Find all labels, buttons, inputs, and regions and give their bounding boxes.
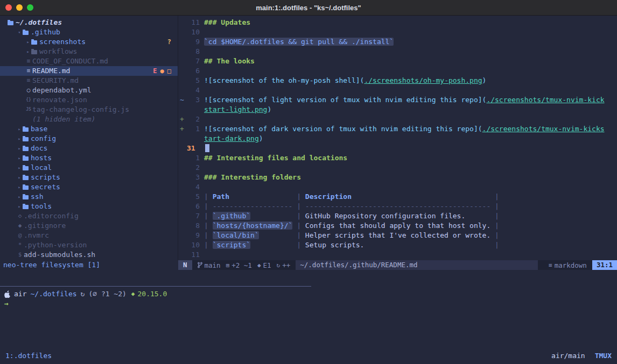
text-segment: ![screenshot of the oh-my-posh shell]( (204, 76, 364, 84)
tree-item-label: .github (31, 27, 60, 37)
tree-item-dotfiles[interactable]: ~/.dotfiles (0, 18, 178, 27)
tree-item-editorconfig[interactable]: ◇.editorconfig (0, 211, 178, 221)
editor-line[interactable]: 31 (178, 144, 617, 153)
editor-line-text: start-light.png) (204, 105, 271, 115)
tree-item-base[interactable]: ▸base (0, 124, 178, 134)
line-number: 3 (186, 95, 204, 105)
tmux-status-bar: 1:.dotfiles air/main TMUX (0, 350, 617, 361)
apple-icon (4, 290, 11, 298)
tree-item-1-hidden-item[interactable]: (1 hidden item) (0, 115, 178, 124)
editor-line[interactable]: 10 (178, 27, 617, 37)
neotree-file-tree: ~/.dotfiles▾.github▸screenshots?▸workflo… (0, 18, 178, 260)
close-button[interactable] (5, 4, 12, 11)
editor-line[interactable]: +1![screenshot of dark version of tmux w… (178, 124, 617, 134)
editor-line[interactable]: 4 (178, 182, 617, 192)
editor-line[interactable]: 11 (178, 250, 617, 260)
editor-line[interactable]: start-light.png) (178, 105, 617, 115)
editor-line[interactable]: 7## The looks (178, 56, 617, 66)
statusline: N main ⊞ +2 ~1 ◆ E1 ↻ ++ ~/.dotfiles/.gi… (178, 260, 617, 270)
editor-line-text: ## The looks (204, 56, 255, 66)
text-segment: ### Interesting folders (204, 173, 301, 181)
editor-line[interactable]: 5![screenshot of the oh-my-posh shell](.… (178, 76, 617, 85)
folder-icon (23, 166, 29, 170)
gutter-sign (178, 153, 186, 163)
tree-item-docs[interactable]: ▸docs (0, 144, 178, 153)
tree-item-ssh[interactable]: ▸ssh (0, 192, 178, 202)
tree-item-hosts[interactable]: ▸hosts (0, 153, 178, 163)
gutter-sign (178, 173, 186, 182)
folder-icon (23, 185, 29, 190)
chevron-right-icon: ▸ (25, 47, 31, 56)
shell-pane[interactable]: air ~/.dotfiles ↻ (∅ ?1 ~2) ◆ 20.15.0 → (4, 289, 617, 309)
extra-count: ++ (282, 261, 290, 269)
shell-input-line[interactable]: → (4, 299, 617, 309)
text-segment: Helper scripts that I've collected or wr… (305, 231, 490, 239)
editor-line-text: | `hosts/{hostname}/` | Configs that sho… (204, 221, 499, 231)
editor-line-text: tart-dark.png) (204, 134, 263, 144)
tree-item-dependabot-yml[interactable]: ○dependabot.yml (0, 85, 178, 95)
tree-item-code-of-conduct-md[interactable]: ≡CODE_OF_CONDUCT.md (0, 56, 178, 66)
text-segment: Setup scripts. (305, 241, 364, 249)
tmux-pane-separator[interactable] (0, 286, 311, 287)
editor-line[interactable]: 6 (178, 66, 617, 76)
minimize-button[interactable] (16, 4, 23, 11)
line-number: 4 (186, 85, 204, 95)
editorconfig-icon: ◇ (16, 211, 24, 221)
tree-item-label: screenshots (39, 37, 86, 47)
tree-item-local[interactable]: ▸local (0, 163, 178, 173)
tree-item-security-md[interactable]: ≡SECURITY.md (0, 76, 178, 85)
editor-line[interactable]: ~3![screenshot of light version of tmux … (178, 95, 617, 105)
tree-item-label: SECURITY.md (32, 76, 79, 85)
tree-item-screenshots[interactable]: ▸screenshots? (0, 37, 178, 47)
tree-item-nvmrc[interactable]: @.nvmrc (0, 231, 178, 240)
editor-line[interactable]: 9`cd $HOME/.dotfiles && git pull && ./in… (178, 37, 617, 47)
editor-line[interactable]: 1## Interesting files and locations (178, 153, 617, 163)
tree-item-workflows[interactable]: ▸workflows (0, 47, 178, 56)
text-segment: | (229, 192, 305, 201)
gutter-sign (178, 250, 186, 260)
text-segment: | (204, 192, 213, 201)
editor-line[interactable]: 8 (178, 47, 617, 56)
editor-line[interactable]: 9| `local/bin` | Helper scripts that I'v… (178, 231, 617, 240)
zoom-button[interactable] (27, 4, 33, 11)
text-segment: `cd $HOME/.dotfiles && git pull && ./ins… (204, 38, 394, 46)
line-number: 9 (186, 37, 204, 47)
window-title: main:1:.dotfiles - "ks~/.dotfiles" (256, 4, 361, 12)
git-icon: ◆ (16, 221, 24, 231)
editor-line[interactable]: 3### Interesting folders (178, 173, 617, 182)
tree-item-config[interactable]: ▸config (0, 134, 178, 144)
tree-item-readme-md[interactable]: ≡README.mdE●□ (0, 66, 178, 76)
editor-line[interactable]: 4 (178, 85, 617, 95)
editor-line[interactable]: 10| `scripts` | Setup scripts. | (178, 240, 617, 250)
editor-line[interactable]: 11### Updates (178, 18, 617, 27)
editor-line[interactable]: 2 (178, 163, 617, 173)
editor-line[interactable]: 7| `.github` | GitHub Repository configu… (178, 211, 617, 221)
gutter-sign (178, 231, 186, 240)
gutter-sign: ~ (178, 95, 186, 105)
git-diff-counts: +2 ~1 (232, 261, 252, 269)
text-segment: Path (213, 192, 229, 201)
text-segment: | (490, 231, 499, 239)
editor-line[interactable]: tart-dark.png) (178, 134, 617, 144)
tree-item-python-version[interactable]: *.python-version (0, 240, 178, 250)
tree-item-renovate-json[interactable]: {}renovate.json (0, 95, 178, 105)
chevron-right-icon: ▸ (16, 134, 23, 144)
tree-item-scripts[interactable]: ▸scripts (0, 173, 178, 182)
editor-line[interactable]: 5| Path | Description | (178, 192, 617, 202)
javascript-icon: JS (25, 105, 32, 115)
tree-item-badges: ? (167, 37, 171, 47)
editor-line[interactable]: +2 (178, 115, 617, 124)
tmux-window-tab[interactable]: 1:.dotfiles (5, 352, 52, 360)
markdown-icon: ≡ (549, 262, 552, 269)
editor-line[interactable]: 6| ------------------- | ---------------… (178, 202, 617, 211)
text-segment: | (204, 231, 213, 239)
tree-item-tools[interactable]: ▸tools (0, 202, 178, 211)
editor-line[interactable]: 8| `hosts/{hostname}/` | Configs that sh… (178, 221, 617, 231)
tree-item-secrets[interactable]: ▸secrets (0, 182, 178, 192)
tree-item-gitignore[interactable]: ◆.gitignore (0, 221, 178, 231)
editor-line-text: `cd $HOME/.dotfiles && git pull && ./ins… (204, 37, 394, 47)
tree-item-tag-changelog-config-js[interactable]: JStag-changelog-config.js (0, 105, 178, 115)
tree-item-add-submodules-sh[interactable]: $add-submodules.sh (0, 250, 178, 260)
tree-item-github[interactable]: ▾.github (0, 27, 178, 37)
folder-icon (23, 205, 29, 209)
